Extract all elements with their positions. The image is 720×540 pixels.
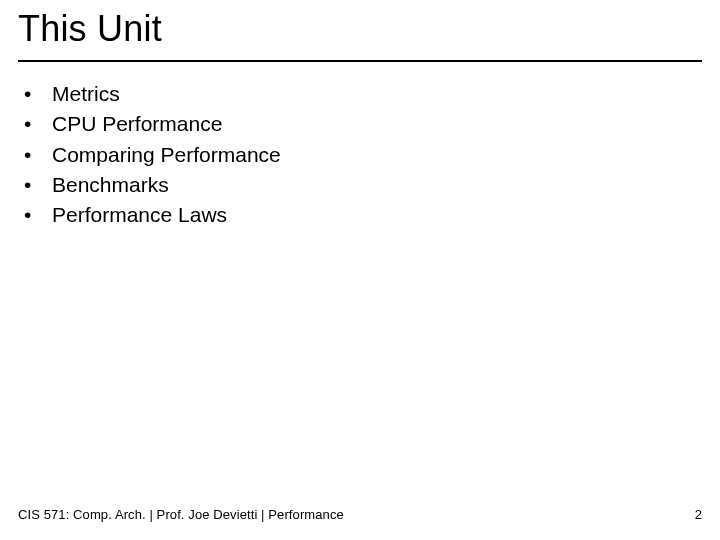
bullet-icon: • [24,80,52,108]
slide-footer: CIS 571: Comp. Arch. | Prof. Joe Deviett… [18,507,702,522]
list-item: • Performance Laws [24,201,696,229]
bullet-list: • Metrics • CPU Performance • Comparing … [24,80,696,230]
list-item: • Comparing Performance [24,141,696,169]
list-item: • CPU Performance [24,110,696,138]
slide-title: This Unit [18,8,162,50]
bullet-text: Benchmarks [52,171,169,199]
page-number: 2 [695,507,702,522]
bullet-icon: • [24,171,52,199]
bullet-text: CPU Performance [52,110,222,138]
bullet-text: Metrics [52,80,120,108]
bullet-icon: • [24,110,52,138]
list-item: • Benchmarks [24,171,696,199]
slide-body: • Metrics • CPU Performance • Comparing … [24,80,696,232]
bullet-text: Comparing Performance [52,141,281,169]
slide: This Unit • Metrics • CPU Performance • … [0,0,720,540]
footer-text: CIS 571: Comp. Arch. | Prof. Joe Deviett… [18,507,344,522]
bullet-text: Performance Laws [52,201,227,229]
bullet-icon: • [24,141,52,169]
title-rule [18,60,702,62]
list-item: • Metrics [24,80,696,108]
bullet-icon: • [24,201,52,229]
